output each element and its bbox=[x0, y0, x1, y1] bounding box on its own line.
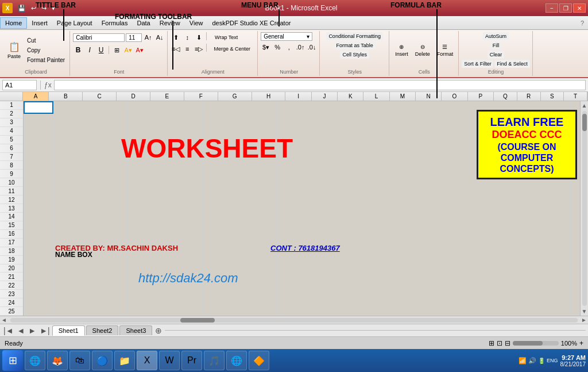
cell-H6[interactable] bbox=[277, 159, 314, 171]
cell-H12[interactable] bbox=[277, 228, 314, 240]
cell-M4[interactable] bbox=[429, 136, 458, 148]
cell-D9[interactable] bbox=[127, 194, 165, 205]
cut-button[interactable]: Cut bbox=[25, 36, 67, 45]
scroll-track[interactable] bbox=[582, 111, 587, 306]
cell-M2[interactable] bbox=[429, 113, 458, 125]
cell-J10[interactable] bbox=[343, 205, 372, 217]
cell-L18[interactable] bbox=[400, 297, 429, 309]
cell-R11[interactable] bbox=[570, 217, 580, 228]
row-num-11[interactable]: 11 bbox=[0, 187, 23, 195]
cell-D10[interactable] bbox=[127, 205, 165, 217]
cell-O8[interactable] bbox=[486, 182, 515, 194]
cell-L10[interactable] bbox=[400, 205, 429, 217]
cell-C7[interactable] bbox=[90, 171, 127, 182]
cell-G3[interactable] bbox=[239, 125, 277, 136]
zoom-in-btn[interactable]: + bbox=[579, 339, 583, 347]
row-num-6[interactable]: 6 bbox=[0, 144, 23, 153]
font-size-input[interactable] bbox=[126, 33, 142, 42]
cell-G16[interactable] bbox=[239, 274, 277, 286]
cell-L13[interactable] bbox=[400, 240, 429, 251]
cell-J12[interactable] bbox=[343, 228, 372, 240]
sheet-tab-3[interactable]: Sheet3 bbox=[119, 325, 152, 335]
cell-I4[interactable] bbox=[314, 136, 343, 148]
cell-R9[interactable] bbox=[570, 194, 580, 205]
cell-R16[interactable] bbox=[570, 274, 580, 286]
scroll-up-btn[interactable]: ▲ bbox=[581, 101, 588, 110]
undo-quick-btn[interactable]: ↩ bbox=[29, 4, 38, 13]
cell-K14[interactable] bbox=[372, 251, 400, 263]
col-header-m[interactable]: M bbox=[390, 92, 416, 101]
cell-Q14[interactable] bbox=[544, 251, 570, 263]
cell-Q19[interactable] bbox=[544, 309, 570, 316]
col-header-n[interactable]: N bbox=[416, 92, 442, 101]
paste-button[interactable]: 📋 Paste bbox=[5, 36, 24, 64]
cell-P1[interactable] bbox=[515, 102, 544, 113]
align-left-btn[interactable]: ≡◁ bbox=[171, 44, 181, 54]
cell-D4[interactable] bbox=[127, 136, 165, 148]
cell-M10[interactable] bbox=[429, 205, 458, 217]
cell-E12[interactable] bbox=[165, 228, 202, 240]
cell-F11[interactable] bbox=[202, 217, 239, 228]
cell-C3[interactable] bbox=[90, 125, 127, 136]
cell-J13[interactable] bbox=[343, 240, 372, 251]
row-num-20[interactable]: 20 bbox=[0, 264, 23, 273]
menu-formulas[interactable]: Formulas bbox=[97, 18, 133, 28]
wrap-text-button[interactable]: Wrap Text bbox=[209, 32, 243, 43]
cell-L14[interactable] bbox=[400, 251, 429, 263]
col-header-o[interactable]: O bbox=[442, 92, 467, 101]
add-sheet-btn[interactable]: ⊕ bbox=[153, 326, 164, 335]
cell-I10[interactable] bbox=[314, 205, 343, 217]
cell-G13[interactable] bbox=[239, 240, 277, 251]
col-header-d[interactable]: D bbox=[117, 92, 150, 101]
cell-N11[interactable] bbox=[458, 217, 486, 228]
cell-G14[interactable] bbox=[239, 251, 277, 263]
cell-H17[interactable] bbox=[277, 286, 314, 297]
cell-K15[interactable] bbox=[372, 263, 400, 274]
row-num-21[interactable]: 21 bbox=[0, 273, 23, 281]
cell-P6[interactable] bbox=[515, 159, 544, 171]
cell-C1[interactable] bbox=[90, 102, 127, 113]
col-header-j[interactable]: J bbox=[312, 92, 338, 101]
normal-view-btn[interactable]: ⊞ bbox=[489, 339, 494, 347]
cell-B6[interactable] bbox=[53, 159, 90, 171]
cell-L15[interactable] bbox=[400, 263, 429, 274]
cell-G17[interactable] bbox=[239, 286, 277, 297]
cell-D6[interactable] bbox=[127, 159, 165, 171]
cell-F15[interactable] bbox=[202, 263, 239, 274]
cell-N19[interactable] bbox=[458, 309, 486, 316]
cell-C8[interactable] bbox=[90, 182, 127, 194]
cell-F13[interactable] bbox=[202, 240, 239, 251]
cell-D8[interactable] bbox=[127, 182, 165, 194]
cell-C15[interactable] bbox=[90, 263, 127, 274]
cell-G10[interactable] bbox=[239, 205, 277, 217]
cell-D19[interactable] bbox=[127, 309, 165, 316]
col-header-k[interactable]: K bbox=[338, 92, 363, 101]
cell-E7[interactable] bbox=[165, 171, 202, 182]
cell-J4[interactable] bbox=[343, 136, 372, 148]
cell-P18[interactable] bbox=[515, 297, 544, 309]
ie-btn[interactable]: 🌐 bbox=[25, 351, 45, 370]
row-num-2[interactable]: 2 bbox=[0, 110, 23, 118]
cell-G12[interactable] bbox=[239, 228, 277, 240]
cell-K13[interactable] bbox=[372, 240, 400, 251]
cell-H3[interactable] bbox=[277, 125, 314, 136]
cell-I9[interactable] bbox=[314, 194, 343, 205]
cell-C11[interactable] bbox=[90, 217, 127, 228]
copy-button[interactable]: Copy bbox=[25, 46, 67, 55]
cell-H8[interactable] bbox=[277, 182, 314, 194]
format-cells-button[interactable]: ☰ Format bbox=[434, 40, 457, 60]
cell-P2[interactable] bbox=[515, 113, 544, 125]
row-num-3[interactable]: 3 bbox=[0, 118, 23, 127]
cell-N17[interactable] bbox=[458, 286, 486, 297]
cell-E17[interactable] bbox=[165, 286, 202, 297]
row-num-9[interactable]: 9 bbox=[0, 170, 23, 178]
cell-L9[interactable] bbox=[400, 194, 429, 205]
cell-K5[interactable] bbox=[372, 148, 400, 159]
cell-Q16[interactable] bbox=[544, 274, 570, 286]
align-bottom-btn[interactable]: ⬇ bbox=[194, 32, 204, 43]
cell-B10[interactable] bbox=[53, 205, 90, 217]
cell-O12[interactable] bbox=[486, 228, 515, 240]
cell-C6[interactable] bbox=[90, 159, 127, 171]
col-header-c[interactable]: C bbox=[83, 92, 117, 101]
page-layout-view-btn[interactable]: ⊡ bbox=[497, 339, 502, 347]
